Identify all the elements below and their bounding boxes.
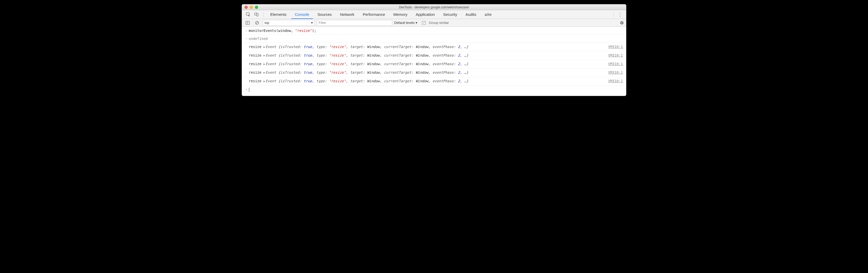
execution-context-select[interactable]: top ▾ [263,20,315,26]
tab-memory[interactable]: Memory [390,10,411,19]
console-log-row: resize ▶Event {isTrusted: true, type: "r… [242,52,626,60]
log-content[interactable]: resize ▶Event {isTrusted: true, type: "r… [249,78,606,84]
console-result: ‹ undefined [242,35,626,43]
expand-triangle-icon[interactable]: ▶ [264,70,265,75]
log-content[interactable]: resize ▶Event {isTrusted: true, type: "r… [249,53,606,58]
result-value: undefined [249,36,623,41]
levels-label: Default levels [394,21,414,25]
code-line[interactable]: monitorEvents(window, "resize"); [249,28,623,33]
tab-sources[interactable]: Sources [314,10,336,19]
source-link[interactable]: VM310:1 [606,61,623,66]
tab-console[interactable]: Console [291,10,313,19]
tab-security[interactable]: Security [439,10,461,19]
source-link[interactable]: VM310:1 [606,44,623,49]
device-toolbar-icon[interactable] [253,11,260,18]
expand-triangle-icon[interactable]: ▶ [264,62,265,67]
devtools-window: DevTools - developers.google.com/web/sho… [242,4,626,96]
tab-axe[interactable]: aXe [481,10,495,19]
prompt-marker-icon: › [244,87,249,92]
console-log-row: resize ▶Event {isTrusted: true, type: "r… [242,77,626,86]
expand-triangle-icon[interactable]: ▶ [264,44,265,49]
window-title: DevTools - developers.google.com/web/sho… [242,5,626,9]
more-menu-icon[interactable]: ⋮ [617,12,623,18]
console-log-row: resize ▶Event {isTrusted: true, type: "r… [242,69,626,77]
console-log-row: resize ▶Event {isTrusted: true, type: "r… [242,43,626,52]
panel-tabs: Elements Console Sources Network Perform… [242,10,626,19]
tab-network[interactable]: Network [337,10,358,19]
output-marker-icon: ‹ [244,36,249,41]
console-body: › monitorEvents(window, "resize"); ‹ und… [242,27,626,96]
log-content[interactable]: resize ▶Event {isTrusted: true, type: "r… [249,70,606,75]
group-similar-checkbox[interactable]: ✓ [422,21,426,25]
console-log-row: resize ▶Event {isTrusted: true, type: "r… [242,60,626,69]
console-events: resize ▶Event {isTrusted: true, type: "r… [242,43,626,86]
separator [263,12,264,17]
expand-triangle-icon[interactable]: ▶ [264,53,265,58]
console-settings-icon[interactable] [620,21,624,25]
group-similar-label: Group similar [429,21,449,25]
console-toolbar: top ▾ Default levels ▾ ✓ Group similar [242,19,626,27]
log-levels-select[interactable]: Default levels ▾ [394,21,417,25]
tab-application[interactable]: Application [412,10,438,19]
tab-audits[interactable]: Audits [462,10,480,19]
log-content[interactable]: resize ▶Event {isTrusted: true, type: "r… [249,61,606,67]
titlebar: DevTools - developers.google.com/web/sho… [242,4,626,10]
clear-console-icon[interactable] [253,20,261,26]
source-link[interactable]: VM310:1 [606,78,623,83]
filter-input[interactable] [317,20,392,26]
chevron-down-icon: ▾ [415,21,417,25]
svg-rect-2 [257,13,258,16]
console-prompt[interactable]: › [242,86,626,96]
console-input-echo: › monitorEvents(window, "resize"); [242,27,626,35]
log-content[interactable]: resize ▶Event {isTrusted: true, type: "r… [249,44,606,50]
source-link[interactable]: VM310:1 [606,53,623,58]
tab-elements[interactable]: Elements [267,10,290,19]
toggle-sidebar-icon[interactable] [244,20,251,26]
tab-performance[interactable]: Performance [359,10,389,19]
input-marker-icon: › [244,28,249,33]
prompt-input[interactable] [249,87,623,92]
expand-triangle-icon[interactable]: ▶ [264,79,265,84]
inspect-element-icon[interactable] [245,11,252,18]
context-label: top [265,21,269,25]
source-link[interactable]: VM310:1 [606,70,623,75]
svg-line-5 [256,22,258,24]
chevron-down-icon: ▾ [311,21,313,25]
separator [613,12,614,17]
